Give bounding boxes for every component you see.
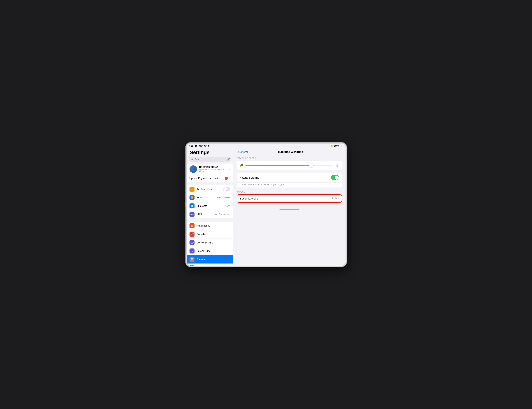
time-label: 8:21 PM xyxy=(190,145,197,147)
profile-info: Christian Zibreg Apple ID, iCloud, iTune… xyxy=(199,165,227,173)
update-payment-row[interactable]: Update Payment Information 1 › xyxy=(187,175,233,182)
donotdisturb-label: Do Not Disturb xyxy=(197,241,230,244)
screentime-icon: ⏱ xyxy=(190,248,195,254)
sidebar-item-general[interactable]: ⚙ General xyxy=(187,255,233,264)
wifi-sidebar-icon: 📶 xyxy=(190,195,195,200)
payment-badge: 1 xyxy=(225,177,228,180)
main-content: Settings 🔍 🎤 👤 Christian Zibreg Apple ID… xyxy=(187,148,346,266)
sidebar-item-screentime[interactable]: ⏱ Screen Time xyxy=(187,247,233,255)
avatar-inner: 👤 xyxy=(190,165,197,173)
search-bar[interactable]: 🔍 🎤 xyxy=(189,157,231,162)
airplane-icon: ✈ xyxy=(190,187,195,192)
secondary-click-label: Secondary Click xyxy=(240,197,332,200)
general-icon: ⚙ xyxy=(190,257,195,262)
bluetooth-label: Bluetooth xyxy=(197,204,225,207)
status-bar: 8:21 PM Mon Jun 8 📶 100% 🔋 xyxy=(187,144,346,148)
search-input[interactable] xyxy=(195,158,226,161)
secondary-click-row[interactable]: Secondary Click Right › xyxy=(237,194,342,203)
slider-row: 🐢 🐇 xyxy=(237,161,342,170)
vpn-label: VPN xyxy=(197,213,212,216)
vpn-icon: VPN xyxy=(190,212,195,217)
sounds-label: Sounds xyxy=(197,233,230,236)
sidebar: Settings 🔍 🎤 👤 Christian Zibreg Apple ID… xyxy=(187,148,233,266)
sidebar-item-controlcenter[interactable]: ⊞ Control Center xyxy=(187,264,233,266)
ipad-screen: 8:21 PM Mon Jun 8 📶 100% 🔋 Settings 🔍 🎤 xyxy=(187,144,346,266)
status-right: 📶 100% 🔋 xyxy=(331,145,342,147)
natural-scrolling-label: Natural Scrolling xyxy=(240,176,331,179)
back-label: General xyxy=(238,150,248,153)
notifications-icon: 🔔 xyxy=(190,223,195,228)
settings-title: Settings xyxy=(187,148,233,157)
back-button[interactable]: ‹ General xyxy=(237,150,248,153)
mouse-section: MOUSE Secondary Click Right › xyxy=(237,191,342,203)
slider-slow-icon: 🐢 xyxy=(240,163,244,167)
general-label: General xyxy=(197,258,230,261)
date-label: Mon Jun 8 xyxy=(199,145,209,147)
home-indicator xyxy=(233,208,346,211)
network-group: ✈ Airplane Mode 📶 Wi-Fi AirPort 5GHz B B… xyxy=(187,185,233,218)
status-time: 8:21 PM Mon Jun 8 xyxy=(190,145,209,147)
chevron-icon: › xyxy=(229,168,230,170)
tracking-slider[interactable] xyxy=(245,165,333,165)
sidebar-item-vpn[interactable]: VPN VPN Not Connected xyxy=(187,210,233,218)
battery-label: 100% xyxy=(334,145,339,147)
sidebar-item-notifications[interactable]: 🔔 Notifications xyxy=(187,222,233,230)
airplane-toggle-knob xyxy=(223,187,227,191)
natural-scrolling-card: Natural Scrolling Content will track the… xyxy=(237,173,342,188)
sounds-icon: 🔊 xyxy=(190,232,195,237)
airplane-toggle[interactable] xyxy=(223,187,230,191)
bluetooth-value: On xyxy=(227,204,230,207)
mic-icon: 🎤 xyxy=(227,158,230,161)
sidebar-item-sounds[interactable]: 🔊 Sounds xyxy=(187,230,233,238)
sidebar-item-wifi[interactable]: 📶 Wi-Fi AirPort 5GHz xyxy=(187,193,233,202)
natural-scrolling-hint: Content will track the movement of your … xyxy=(237,182,342,188)
screentime-label: Screen Time xyxy=(197,250,230,252)
wifi-value: AirPort 5GHz xyxy=(216,196,230,199)
panel-title: Trackpad & Mouse xyxy=(250,150,331,154)
natural-scrolling-row: Natural Scrolling xyxy=(237,173,342,182)
profile-name: Christian Zibreg xyxy=(199,165,227,168)
tracking-speed-label: TRACKING SPEED xyxy=(237,157,342,159)
secondary-click-value-text: Right xyxy=(332,197,337,200)
settings-group: 🔔 Notifications 🔊 Sounds 🌙 Do Not Distur… xyxy=(187,222,233,266)
search-icon: 🔍 xyxy=(190,158,193,161)
bluetooth-icon: B xyxy=(190,203,195,209)
battery-icon: 🔋 xyxy=(340,145,343,147)
airplane-label: Airplane Mode xyxy=(197,188,221,191)
ipad-frame: 8:21 PM Mon Jun 8 📶 100% 🔋 Settings 🔍 🎤 xyxy=(186,143,347,267)
right-content: TRACKING SPEED 🐢 🐇 Natural Scrolling xyxy=(233,155,346,208)
slider-fill xyxy=(245,165,311,165)
avatar: 👤 xyxy=(190,165,197,173)
slider-thumb[interactable] xyxy=(309,163,313,167)
secondary-click-value: Right › xyxy=(332,197,339,200)
sidebar-item-airplane[interactable]: ✈ Airplane Mode xyxy=(187,185,233,193)
sidebar-item-donotdisturb[interactable]: 🌙 Do Not Disturb xyxy=(187,238,233,247)
notifications-label: Notifications xyxy=(197,224,230,227)
vpn-value: Not Connected xyxy=(215,213,230,216)
secondary-click-chevron-icon: › xyxy=(338,197,339,200)
donotdisturb-icon: 🌙 xyxy=(190,240,195,245)
wifi-label: Wi-Fi xyxy=(197,196,214,199)
back-chevron-icon: ‹ xyxy=(237,150,238,153)
profile-row[interactable]: 👤 Christian Zibreg Apple ID, iCloud, iTu… xyxy=(187,164,233,175)
wifi-icon: 📶 xyxy=(331,145,333,147)
side-notch xyxy=(185,202,186,207)
slider-fast-icon: 🐇 xyxy=(335,163,339,167)
natural-scrolling-knob xyxy=(335,175,339,180)
update-payment-label: Update Payment Information xyxy=(190,177,223,180)
natural-scrolling-toggle[interactable] xyxy=(331,175,339,180)
right-header: ‹ General Trackpad & Mouse xyxy=(233,148,346,155)
controlcenter-icon: ⊞ xyxy=(190,265,195,266)
right-panel: ‹ General Trackpad & Mouse TRACKING SPEE… xyxy=(233,148,346,266)
profile-subtitle: Apple ID, iCloud, iTunes & App Store xyxy=(199,168,227,173)
mouse-section-label: MOUSE xyxy=(237,191,342,193)
payment-chevron-icon: › xyxy=(229,177,230,180)
sidebar-item-bluetooth[interactable]: B Bluetooth On xyxy=(187,202,233,210)
home-bar xyxy=(279,209,299,210)
